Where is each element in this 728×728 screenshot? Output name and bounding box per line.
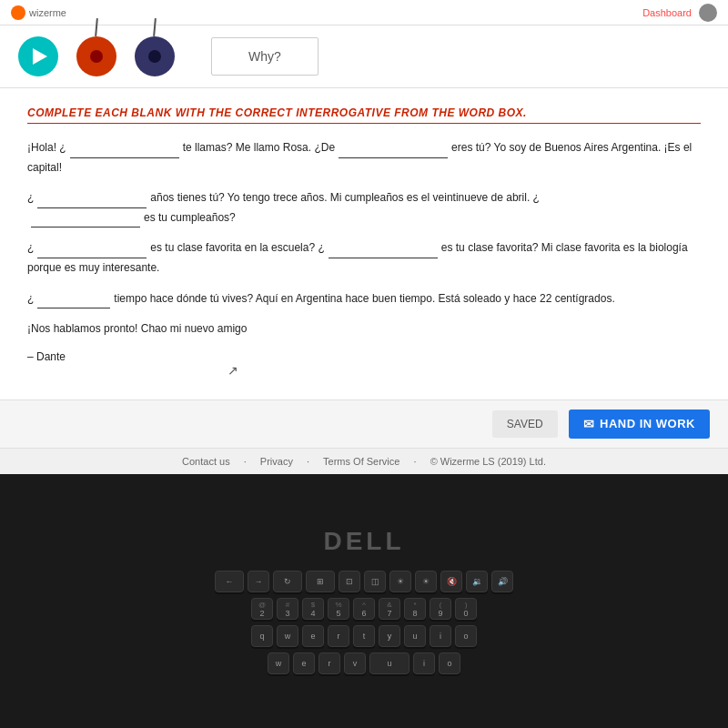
key-v[interactable]: v — [344, 652, 366, 674]
key-w2[interactable]: w — [268, 652, 289, 674]
play-wrapper — [18, 36, 58, 76]
record-button-1[interactable] — [76, 36, 116, 76]
key-arrow-right[interactable]: → — [248, 571, 269, 592]
send-icon: ✉ — [583, 417, 595, 431]
why-button[interactable]: Why? — [211, 37, 318, 76]
key-y[interactable]: y — [379, 625, 400, 647]
key-mute[interactable]: 🔇 — [440, 571, 462, 592]
saved-badge: SAVED — [492, 410, 558, 438]
terms-link[interactable]: Terms Of Service — [323, 456, 399, 467]
blank-5[interactable] — [37, 246, 147, 258]
record1-wrapper — [76, 36, 116, 76]
key-vol-up[interactable]: 🔊 — [491, 571, 513, 592]
kb-row-4: w e r v u i o — [268, 652, 460, 674]
key-r[interactable]: r — [328, 625, 349, 647]
dell-logo: DELL — [323, 527, 404, 556]
blank-2[interactable] — [339, 146, 448, 158]
blank-1[interactable] — [70, 146, 179, 158]
record2-wrapper — [135, 36, 175, 76]
hand-in-button[interactable]: ✉ HAND IN WORK — [569, 410, 710, 439]
paragraph-3: ¿es tu clase favorita en la escuela? ¿es… — [27, 238, 701, 278]
hand-in-label: HAND IN WORK — [600, 417, 695, 430]
sep2: · — [307, 456, 309, 467]
key-at[interactable]: @2 — [251, 598, 273, 620]
key-t[interactable]: t — [353, 625, 375, 647]
closing-text: ¡Nos hablamos pronto! Chao mi nuevo amig… — [27, 319, 701, 339]
blank-7[interactable] — [37, 296, 110, 308]
key-caret[interactable]: ^6 — [353, 598, 375, 620]
key-r2[interactable]: r — [318, 652, 340, 674]
instruction-title: Complete each blank with the correct int… — [27, 106, 701, 124]
key-lparen[interactable]: (9 — [430, 598, 451, 620]
top-bar: wizerme Dashboard — [0, 0, 728, 25]
key-o2[interactable]: o — [439, 652, 460, 674]
action-row: SAVED ✉ HAND IN WORK — [0, 399, 728, 448]
blank-3[interactable] — [37, 196, 147, 208]
cursor-symbol: ↗ — [228, 363, 238, 378]
paragraph-4: ¿tiempo hace dónde tú vives? Aquí en Arg… — [27, 289, 701, 309]
key-q[interactable]: q — [251, 625, 273, 647]
logo-text: wizerme — [29, 7, 66, 18]
key-f5[interactable]: ⊡ — [339, 571, 360, 592]
kb-row-3: q w e r t y u i o — [251, 625, 477, 647]
key-w[interactable]: w — [277, 625, 298, 647]
key-u2[interactable]: u — [369, 652, 410, 674]
key-e[interactable]: e — [302, 625, 324, 647]
key-bright-down[interactable]: ☀ — [389, 571, 411, 592]
contact-link[interactable]: Contact us — [182, 456, 230, 467]
logo-icon — [11, 5, 25, 20]
privacy-link[interactable]: Privacy — [260, 456, 293, 467]
kb-row-1: ← → ↻ ⊞ ⊡ ◫ ☀ ☀ 🔇 🔉 🔊 — [215, 571, 513, 592]
play-button[interactable] — [18, 36, 58, 76]
play-icon — [33, 48, 47, 65]
copyright: © Wizerme LS (2019) Ltd. — [430, 456, 546, 467]
paragraph-1: ¡Hola! ¿te llamas? Me llamo Rosa. ¿Deere… — [27, 138, 701, 177]
record-button-2[interactable] — [135, 36, 175, 76]
key-refresh[interactable]: ↻ — [273, 571, 302, 592]
dashboard-area: Dashboard — [642, 4, 717, 22]
key-window[interactable]: ⊞ — [306, 571, 335, 592]
needle-1 — [95, 18, 98, 36]
controls-row: Why? — [0, 25, 728, 88]
blank-4[interactable] — [31, 215, 140, 228]
footer: Contact us · Privacy · Terms Of Service … — [0, 448, 728, 474]
cursor-area: ↗ — [27, 363, 701, 381]
key-percent[interactable]: %5 — [328, 598, 349, 620]
key-vol-down[interactable]: 🔉 — [466, 571, 488, 592]
signature: – Dante — [27, 350, 701, 363]
key-o[interactable]: o — [455, 625, 477, 647]
key-rparen[interactable]: )0 — [455, 598, 477, 620]
key-e2[interactable]: e — [293, 652, 315, 674]
sep3: · — [414, 456, 417, 467]
kb-row-2: @2 #3 $4 %5 ^6 &7 *8 (9 )0 — [251, 598, 477, 620]
key-dollar[interactable]: $4 — [302, 598, 324, 620]
keyboard-area: DELL ← → ↻ ⊞ ⊡ ◫ ☀ ☀ 🔇 🔉 🔊 @2 #3 $4 %5 ^… — [0, 473, 728, 728]
sep1: · — [244, 456, 247, 467]
dashboard-link[interactable]: Dashboard — [642, 7, 692, 18]
key-star[interactable]: *8 — [404, 598, 426, 620]
main-content: Complete each blank with the correct int… — [0, 88, 728, 399]
key-tab[interactable]: ← — [215, 571, 244, 592]
key-i2[interactable]: i — [413, 652, 435, 674]
key-amp[interactable]: &7 — [379, 598, 400, 620]
key-hash[interactable]: #3 — [277, 598, 298, 620]
key-f6[interactable]: ◫ — [364, 571, 386, 592]
paragraph-2: ¿años tienes tú? Yo tengo trece años. Mi… — [27, 188, 701, 228]
logo-area: wizerme — [11, 5, 66, 20]
key-i[interactable]: i — [430, 625, 451, 647]
needle-2 — [153, 18, 157, 36]
key-bright-up[interactable]: ☀ — [415, 571, 437, 592]
blank-6[interactable] — [329, 246, 438, 258]
key-u[interactable]: u — [404, 625, 426, 647]
avatar — [699, 4, 717, 22]
